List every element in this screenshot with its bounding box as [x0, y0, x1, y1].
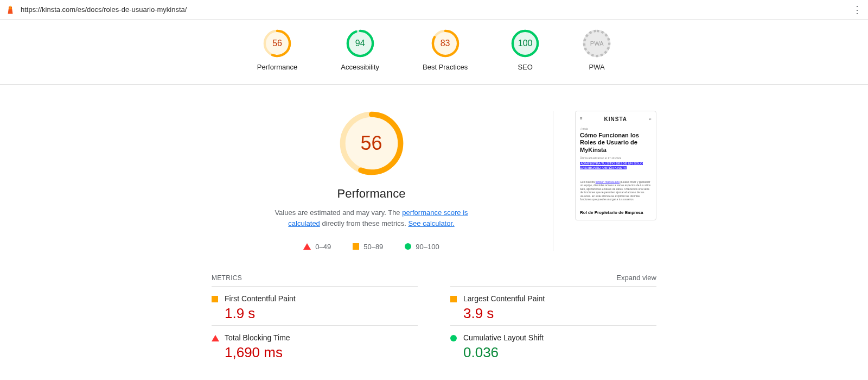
thumb-date: Última actualización el 17.10.2022	[580, 156, 652, 160]
metric-cumulative-layout-shift: Cumulative Layout Shift 0.036	[450, 325, 656, 364]
gauge-label: Best Practices	[423, 63, 468, 71]
gauge-seo[interactable]: 100 SEO	[511, 29, 539, 71]
triangle-icon	[303, 243, 311, 250]
score-legend: 0–49 50–89 90–100	[303, 243, 439, 251]
performance-hero: 56 Performance Values are estimated and …	[212, 111, 553, 251]
kebab-menu-icon[interactable]: ⋮	[852, 5, 863, 15]
thumb-highlight: ADMINISTRA TU SITIO DESDE UN SOLO DASHBO…	[580, 162, 643, 169]
performance-title: Performance	[337, 187, 406, 201]
lighthouse-logo-icon	[5, 5, 15, 15]
metrics-heading: METRICS	[212, 274, 242, 282]
search-icon: ⌕	[649, 116, 652, 122]
gauge-label: SEO	[518, 63, 532, 71]
gauge-accessibility[interactable]: 94 Accessibility	[341, 29, 379, 71]
gauge-pwa[interactable]: PWA PWA	[583, 29, 611, 71]
gauge-performance[interactable]: 56 Performance	[257, 29, 297, 71]
metric-total-blocking-time: Total Blocking Time 1,690 ms	[212, 325, 418, 364]
thumb-title: Cómo Funcionan los Roles de Usuario de M…	[580, 132, 652, 154]
performance-gauge-large: 56	[339, 111, 404, 176]
metric-first-contentful-paint: First Contentful Paint 1.9 s	[212, 286, 418, 325]
thumb-breadcrumb: ‹ Inicio	[580, 127, 652, 131]
expand-view-toggle[interactable]: Expand view	[616, 274, 656, 282]
topbar: https://kinsta.com/es/docs/roles-de-usua…	[0, 0, 868, 20]
performance-description: Values are estimated and may vary. The p…	[274, 207, 469, 229]
report-main: 56 Performance Values are estimated and …	[212, 85, 656, 364]
metric-marker-icon	[212, 335, 219, 341]
metric-value: 1.9 s	[225, 305, 418, 322]
metric-marker-icon	[212, 296, 218, 302]
gauge-score: PWA	[583, 29, 611, 58]
thumb-h2: Rol de Propietario de Empresa	[580, 210, 652, 216]
hamburger-icon: ≡	[580, 116, 583, 122]
performance-score: 56	[339, 111, 404, 176]
metric-marker-icon	[450, 335, 457, 341]
metric-name: First Contentful Paint	[225, 294, 418, 303]
gauge-score: 100	[511, 29, 539, 58]
thumb-body: Con nuestra función multiusuario puedes …	[580, 180, 652, 201]
legend-fail: 0–49	[303, 243, 331, 251]
metric-value: 1,690 ms	[225, 344, 418, 361]
see-calculator-link[interactable]: See calculator.	[408, 219, 454, 227]
gauge-score: 56	[263, 29, 291, 58]
gauge-best-practices[interactable]: 83 Best Practices	[423, 29, 468, 71]
metric-name: Largest Contentful Paint	[463, 294, 656, 303]
thumb-brand: KINSTA	[604, 116, 627, 123]
gauge-score: 83	[431, 29, 459, 58]
metric-value: 0.036	[463, 344, 656, 361]
metric-marker-icon	[450, 296, 457, 302]
metric-value: 3.9 s	[463, 305, 656, 322]
metric-name: Total Blocking Time	[225, 333, 418, 342]
square-icon	[353, 243, 359, 250]
gauge-label: Performance	[257, 63, 297, 71]
audited-url[interactable]: https://kinsta.com/es/docs/roles-de-usua…	[21, 5, 846, 14]
category-gauges: 56 Performance 94 Accessibility	[0, 20, 868, 85]
svg-rect-0	[10, 6, 11, 7]
gauge-label: PWA	[589, 63, 605, 71]
gauge-label: Accessibility	[341, 63, 379, 71]
legend-average: 50–89	[353, 243, 383, 251]
gauge-score: 94	[346, 29, 374, 58]
legend-pass: 90–100	[405, 243, 439, 251]
metrics-grid: First Contentful Paint 1.9 s Largest Con…	[212, 286, 656, 364]
circle-icon	[405, 243, 411, 250]
metric-name: Cumulative Layout Shift	[463, 333, 656, 342]
page-screenshot-thumbnail: ≡ KINSTA ⌕ ‹ Inicio Cómo Funcionan los R…	[575, 111, 656, 220]
metric-largest-contentful-paint: Largest Contentful Paint 3.9 s	[450, 286, 656, 325]
